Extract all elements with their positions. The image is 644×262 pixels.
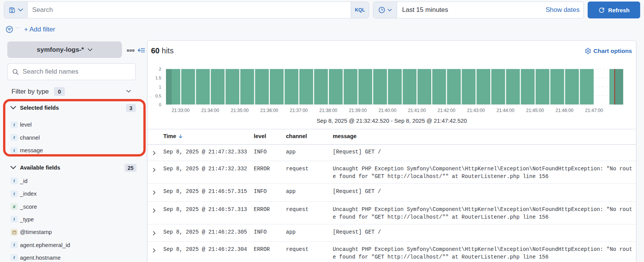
svg-text:21:46:00: 21:46:00 — [555, 108, 573, 113]
svg-text:1.5: 1.5 — [155, 76, 161, 80]
svg-text:21:37:00: 21:37:00 — [290, 108, 308, 113]
svg-text:21:40:00: 21:40:00 — [378, 108, 396, 113]
svg-text:1: 1 — [159, 85, 161, 89]
svg-text:21:33:00: 21:33:00 — [172, 108, 190, 113]
svg-text:21:39:00: 21:39:00 — [349, 108, 367, 113]
svg-text:21:36:00: 21:36:00 — [260, 108, 278, 113]
svg-text:21:38:00: 21:38:00 — [319, 108, 337, 113]
svg-text:21:47:00: 21:47:00 — [585, 108, 603, 113]
svg-text:0.5: 0.5 — [155, 94, 161, 98]
svg-text:21:35:00: 21:35:00 — [231, 108, 249, 113]
svg-text:0: 0 — [159, 102, 161, 107]
svg-text:21:41:00: 21:41:00 — [408, 108, 426, 113]
svg-text:21:44:00: 21:44:00 — [496, 108, 514, 113]
svg-text:21:34:00: 21:34:00 — [201, 108, 219, 113]
svg-text:21:45:00: 21:45:00 — [526, 108, 544, 113]
svg-text:21:43:00: 21:43:00 — [467, 108, 485, 113]
svg-text:2: 2 — [159, 67, 161, 71]
svg-text:21:42:00: 21:42:00 — [437, 108, 455, 113]
